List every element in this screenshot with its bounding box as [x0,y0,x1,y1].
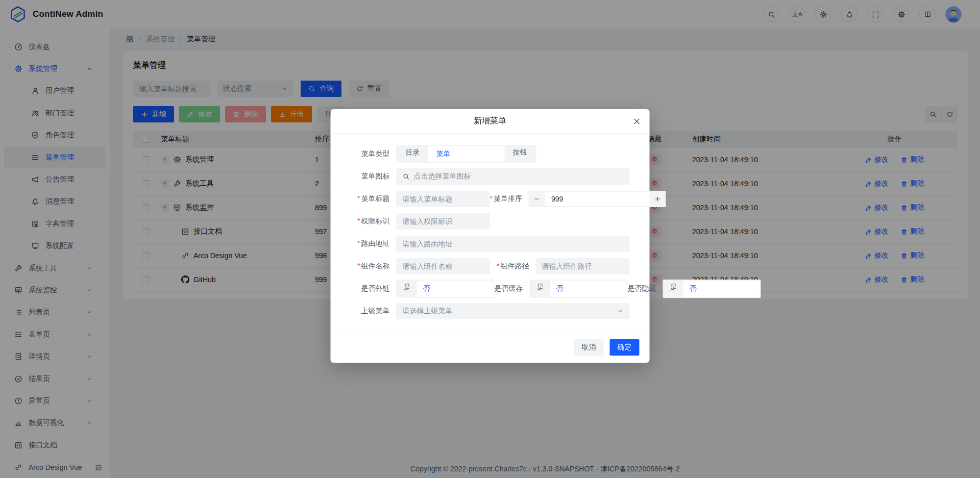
menu-type-option[interactable]: 目录 [398,146,428,162]
modal-header: 新增菜单 [331,109,650,134]
stepper-plus-button[interactable] [650,191,666,207]
field-menu-type: 菜单类型 目录菜单按钮 [346,146,630,162]
menu-icon-placeholder: 点击选择菜单图标 [414,172,471,181]
field-toggles: 是否外链 是否是否缓存是否是否隐藏是否 [346,281,630,297]
menu-type-option[interactable]: 按钮 [505,146,535,162]
field-label: 是否外链 [346,284,390,293]
search-icon [403,173,410,180]
field-label: 组件路径 [490,262,529,271]
field-route: 路由地址 [346,236,630,252]
parent-menu-select[interactable]: 请选择上级菜单 [397,303,630,319]
field-label: 路由地址 [346,239,390,248]
route-input[interactable] [397,236,630,252]
toggle-option[interactable]: 否 [417,281,494,297]
toggle-option[interactable]: 否 [550,281,627,297]
field-label: 菜单类型 [346,149,390,159]
menu-sort-stepper [529,191,666,207]
permission-input[interactable] [397,213,490,230]
field-menu-title-and-sort: 菜单标题 菜单排序 [346,191,630,207]
menu-icon-picker[interactable]: 点击选择菜单图标 [397,168,630,185]
field-parent-menu: 上级菜单 请选择上级菜单 [346,303,630,319]
menu-type-option[interactable]: 菜单 [428,146,505,162]
toggle-option[interactable]: 是 [398,281,417,297]
add-menu-modal: 新增菜单 菜单类型 目录菜单按钮 菜单图标 点击选择菜单图标 菜单标题 菜单排序 [331,109,650,363]
field-label: 组件名称 [346,262,390,271]
menu-sort-input[interactable] [545,192,650,206]
toggle-group-external-link: 是否 [397,280,495,298]
field-label: 是否隐藏 [628,284,656,293]
toggle-option[interactable]: 是 [664,281,683,297]
field-label: 菜单图标 [346,172,390,181]
toggle-segment-cache: 是否 [530,280,628,298]
toggle-option[interactable]: 否 [683,281,760,297]
menu-type-segment: 目录菜单按钮 [397,145,536,163]
toggle-segment-external-link: 是否 [397,280,495,298]
plus-icon [655,196,661,202]
stepper-minus-button[interactable] [529,191,545,207]
component-name-input[interactable] [397,258,490,274]
modal-title: 新增菜单 [474,116,506,127]
field-label: 是否缓存 [495,284,523,293]
field-label: 菜单标题 [346,194,390,204]
field-menu-icon: 菜单图标 点击选择菜单图标 [346,168,630,185]
close-icon[interactable] [633,117,641,125]
minus-icon [534,196,540,202]
menu-title-input[interactable] [397,191,490,207]
ok-button[interactable]: 确定 [610,339,640,356]
toggle-group-cache: 是否缓存是否 [495,280,628,298]
field-permission: 权限标识 [346,213,630,230]
cancel-button[interactable]: 取消 [574,339,604,356]
parent-menu-placeholder: 请选择上级菜单 [403,307,453,316]
modal-body: 菜单类型 目录菜单按钮 菜单图标 点击选择菜单图标 菜单标题 菜单排序 [331,134,650,332]
field-label: 权限标识 [346,217,390,226]
modal-footer: 取消 确定 [331,332,650,363]
field-label: 菜单排序 [490,194,522,204]
field-label: 上级菜单 [346,307,390,316]
toggle-segment-hidden: 是否 [663,280,761,298]
toggle-option[interactable]: 是 [531,281,550,297]
component-path-input[interactable] [536,258,630,274]
chevron-down-icon [618,308,624,314]
field-component: 组件名称 组件路径 [346,258,630,274]
toggle-group-hidden: 是否隐藏是否 [628,280,761,298]
